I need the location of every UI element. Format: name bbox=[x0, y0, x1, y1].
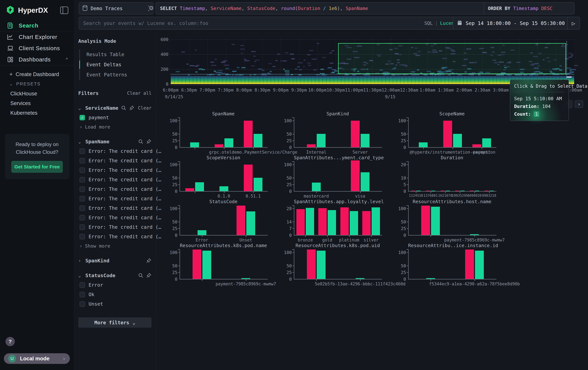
sidebar-item-dashboards[interactable]: Dashboards⌃ bbox=[0, 54, 74, 65]
inner-bar[interactable] bbox=[484, 191, 489, 191]
filter-option[interactable]: Error: The credit card (… bbox=[78, 177, 151, 182]
sidebar-item-chart-explorer[interactable]: Chart Explorer bbox=[0, 31, 74, 43]
outer-bar[interactable] bbox=[446, 191, 450, 191]
outer-bar[interactable] bbox=[431, 191, 435, 191]
select-query-input[interactable]: SELECT Timestamp, ServiceName, StatusCod… bbox=[156, 2, 489, 14]
order-by-input[interactable]: ORDER BY Timestamp DESC bbox=[484, 2, 575, 14]
inner-bar[interactable] bbox=[185, 188, 194, 191]
inner-bar[interactable] bbox=[421, 206, 430, 235]
filter-option[interactable]: Error: The credit card (… bbox=[78, 224, 151, 230]
chart-plot[interactable]: @hyperdx/instrumentation-exceptionpaymen… bbox=[408, 117, 496, 148]
chart-plot[interactable]: grpc.oteldemo.PaymentService/Charge bbox=[179, 117, 268, 148]
outer-bar[interactable] bbox=[475, 191, 479, 191]
analysis-mode-event-patterns[interactable]: Event Patterns bbox=[80, 70, 151, 80]
inner-bar[interactable] bbox=[351, 121, 360, 147]
filter-option[interactable]: Unset bbox=[78, 301, 151, 307]
outer-bar[interactable] bbox=[482, 138, 491, 147]
inner-bar[interactable] bbox=[470, 191, 474, 191]
filter-option[interactable]: Error: The credit card (… bbox=[78, 186, 151, 192]
filter-option[interactable]: Error: The credit card (… bbox=[78, 158, 151, 163]
inner-bar[interactable] bbox=[193, 250, 201, 279]
chevron-down-icon[interactable]: ⌄ bbox=[78, 105, 83, 111]
search-icon[interactable] bbox=[138, 273, 143, 278]
checkbox-icon[interactable] bbox=[80, 196, 85, 201]
analysis-mode-event-deltas[interactable]: Event Deltas bbox=[80, 60, 151, 70]
chart-plot[interactable]: 0.1.00.51.1 bbox=[179, 161, 268, 192]
sidebar-item-kubernetes[interactable]: Kubernetes bbox=[0, 108, 74, 118]
chevron-down-icon[interactable]: ⌄ bbox=[78, 273, 83, 278]
outer-bar[interactable] bbox=[312, 183, 321, 191]
inner-bar[interactable] bbox=[244, 121, 253, 147]
filter-option[interactable]: Error: The credit card (… bbox=[78, 196, 151, 201]
sidebar-item-clickhouse[interactable]: ClickHouse bbox=[0, 89, 74, 99]
checkbox-icon[interactable] bbox=[80, 224, 85, 230]
search-input[interactable]: Search your events w/ Lucene ex. column:… bbox=[79, 17, 462, 30]
time-range-picker[interactable]: Sep 14 18:00:00 - Sep 15 05:30:00 bbox=[453, 17, 573, 30]
outer-bar[interactable] bbox=[416, 191, 420, 191]
outer-bar[interactable] bbox=[190, 142, 199, 147]
outer-bar[interactable] bbox=[419, 142, 428, 147]
local-mode-menu[interactable]: U Local mode › bbox=[4, 353, 70, 364]
sql-mode-toggle[interactable]: SQL bbox=[424, 20, 433, 26]
outer-bar[interactable] bbox=[453, 134, 462, 147]
inner-bar[interactable] bbox=[465, 250, 474, 279]
outer-bar[interactable] bbox=[202, 251, 211, 279]
pin-icon[interactable] bbox=[146, 139, 151, 144]
outer-bar[interactable] bbox=[195, 182, 204, 191]
checkbox-icon[interactable] bbox=[80, 205, 85, 211]
outer-bar[interactable] bbox=[350, 211, 358, 235]
analysis-mode-results-table[interactable]: Results Table bbox=[80, 49, 151, 60]
filter-option[interactable]: Error: The credit card (… bbox=[78, 167, 151, 173]
checkbox-icon[interactable] bbox=[80, 292, 85, 297]
more-filters-button[interactable]: More filters ⌄ bbox=[78, 317, 151, 328]
clear-all-button[interactable]: Clear all bbox=[127, 90, 151, 96]
sidebar-item-search[interactable]: Search bbox=[0, 20, 74, 31]
inner-bar[interactable] bbox=[362, 211, 371, 235]
sidebar-item-presets[interactable]: ⌄PRESETS bbox=[0, 79, 74, 89]
outer-bar[interactable] bbox=[246, 211, 255, 235]
outer-bar[interactable] bbox=[253, 134, 262, 147]
inner-bar[interactable] bbox=[472, 144, 481, 147]
outer-bar[interactable] bbox=[198, 230, 206, 235]
inner-bar[interactable] bbox=[307, 250, 316, 279]
outer-bar[interactable] bbox=[361, 134, 369, 147]
help-button[interactable]: ? bbox=[5, 337, 15, 346]
filter-option[interactable]: ✓ payment bbox=[78, 115, 151, 120]
outer-bar[interactable] bbox=[224, 138, 233, 147]
inner-bar[interactable] bbox=[351, 160, 360, 191]
next-page-button[interactable]: › bbox=[575, 100, 583, 108]
outer-bar[interactable] bbox=[361, 172, 369, 191]
checkbox-icon[interactable] bbox=[80, 168, 85, 173]
inner-bar[interactable] bbox=[411, 191, 415, 191]
chevron-down-icon[interactable]: ⌄ bbox=[78, 139, 83, 144]
pin-icon[interactable] bbox=[129, 105, 135, 111]
checkbox-icon[interactable] bbox=[80, 149, 85, 154]
gear-icon[interactable]: ⚙ bbox=[149, 4, 153, 12]
sidebar-item-client-sessions[interactable]: Client Sessions bbox=[0, 43, 74, 54]
sidebar-item-create-dashboard[interactable]: +Create Dashboard bbox=[0, 70, 74, 79]
chart-plot[interactable]: ErrorUnset bbox=[179, 205, 268, 236]
inner-bar[interactable] bbox=[441, 191, 445, 191]
outer-bar[interactable] bbox=[220, 186, 228, 191]
filter-group-title[interactable]: ServiceName bbox=[85, 105, 118, 111]
checkbox-icon[interactable] bbox=[80, 234, 85, 239]
chart-plot[interactable]: mastercardvisa bbox=[294, 161, 382, 192]
inner-bar[interactable] bbox=[455, 191, 459, 191]
checkbox-icon[interactable] bbox=[80, 282, 85, 288]
chart-plot[interactable]: InternalServer bbox=[294, 117, 382, 148]
chart-plot[interactable]: 5e02b5fb-13ae-4296-bbbc-111f423c460d bbox=[294, 249, 382, 280]
filter-option[interactable]: Error: The credit card (… bbox=[78, 148, 151, 154]
filter-group-title[interactable]: StatusCode bbox=[85, 272, 136, 278]
pin-icon[interactable] bbox=[146, 258, 151, 263]
filter-option[interactable]: Ok bbox=[78, 292, 151, 297]
pin-icon[interactable] bbox=[146, 273, 151, 278]
inner-bar[interactable] bbox=[215, 144, 223, 147]
inner-bar[interactable] bbox=[307, 144, 316, 147]
outer-bar[interactable] bbox=[372, 207, 380, 235]
checkbox-icon[interactable] bbox=[80, 301, 85, 307]
search-icon[interactable] bbox=[138, 139, 143, 144]
inner-bar[interactable] bbox=[340, 207, 349, 235]
checkbox-icon[interactable] bbox=[80, 158, 85, 163]
inner-bar[interactable] bbox=[318, 208, 327, 235]
clear-filter-button[interactable]: Clear bbox=[138, 105, 151, 111]
